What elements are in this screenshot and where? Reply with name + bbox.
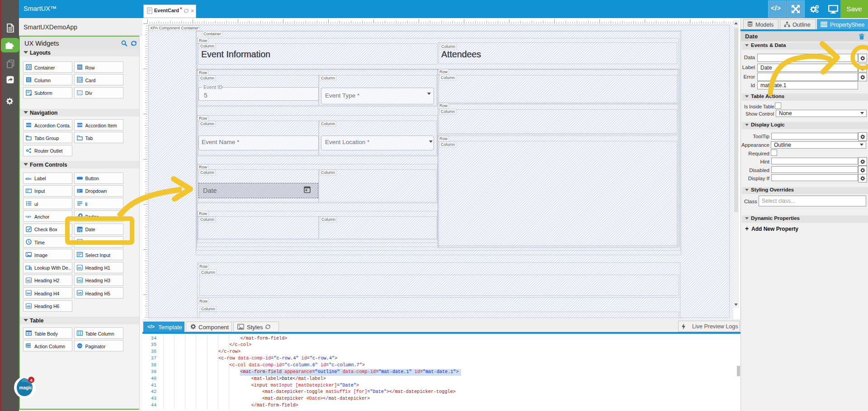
- svg-text:magic: magic: [19, 385, 33, 390]
- svg-text:4: 4: [30, 378, 33, 383]
